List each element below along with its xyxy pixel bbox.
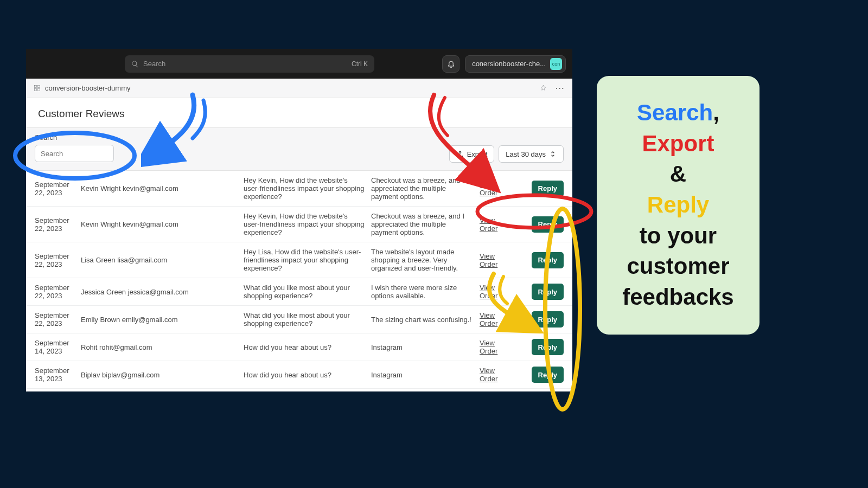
store-switcher[interactable]: conersionbooster-che... con <box>465 55 566 73</box>
review-answer: The website's layout made shopping a bre… <box>371 248 480 272</box>
table-row: September 22, 2023 Lisa Green lisa@gmail… <box>26 242 572 278</box>
view-order-link[interactable]: View Order <box>480 252 512 268</box>
search-icon <box>131 60 139 68</box>
review-customer: Emily Brown emily@gmail.com <box>81 316 244 324</box>
review-answer: I wish there were more size options avai… <box>371 284 480 300</box>
promo-reply: Reply <box>610 190 746 221</box>
filter-actions: Export Last 30 days <box>449 145 564 163</box>
page-title: Customer Reviews <box>26 98 572 127</box>
view-order-link[interactable]: View Order <box>480 216 512 233</box>
review-customer: Kevin Wright kevin@gmail.com <box>81 184 244 192</box>
review-customer: Biplav biplav@gmail.com <box>81 371 244 379</box>
svg-rect-2 <box>35 89 37 91</box>
topbar: Search Ctrl K conersionbooster-che... co… <box>26 49 572 79</box>
reply-button[interactable]: Reply <box>532 311 564 328</box>
svg-rect-0 <box>35 86 37 88</box>
view-order-link[interactable]: View Order <box>480 339 512 355</box>
global-search[interactable]: Search Ctrl K <box>125 55 374 73</box>
svg-rect-3 <box>38 89 40 91</box>
review-question: What did you like most about your shoppi… <box>244 284 371 300</box>
reviews-table: September 22, 2023 Kevin Wright kevin@gm… <box>26 171 572 389</box>
review-date: September 22, 2023 <box>35 311 81 328</box>
review-answer: The sizing chart was confusing.! <box>371 316 480 324</box>
app-icon <box>34 85 41 92</box>
promo-comma: , <box>713 100 719 125</box>
view-order-link[interactable]: View Order <box>480 181 512 197</box>
review-question: Hey Kevin, How did the website's user-fr… <box>244 212 371 236</box>
review-date: September 22, 2023 <box>35 181 81 197</box>
store-avatar: con <box>550 58 562 70</box>
breadcrumb-label[interactable]: conversion-booster-dummy <box>45 84 131 92</box>
reply-button[interactable]: Reply <box>532 252 564 268</box>
review-customer: Kevin Wright kevin@gmail.com <box>81 220 244 228</box>
review-answer: Instagram <box>371 371 480 379</box>
topbar-right: conersionbooster-che... con <box>442 55 566 73</box>
global-search-placeholder: Search <box>143 60 165 68</box>
search-label: Search <box>35 133 564 142</box>
view-order-link[interactable]: View Order <box>480 367 512 383</box>
reply-button[interactable]: Reply <box>532 339 564 355</box>
promo-search: Search <box>637 100 713 125</box>
review-question: Hey Lisa, How did the website's user-fri… <box>244 248 371 272</box>
promo-card: Search, Export & Reply to your customer … <box>597 76 760 335</box>
table-row: September 22, 2023 Emily Brown emily@gma… <box>26 306 572 333</box>
review-answer: Instagram <box>371 343 480 351</box>
review-customer: Rohit rohit@gmail.com <box>81 343 244 351</box>
table-row: September 22, 2023 Kevin Wright kevin@gm… <box>26 171 572 207</box>
review-date: September 22, 2023 <box>35 252 81 268</box>
view-order-link[interactable]: View Order <box>480 311 512 328</box>
breadcrumb: conversion-booster-dummy ··· <box>26 79 572 98</box>
app-window: Search Ctrl K conersionbooster-che... co… <box>26 49 572 391</box>
promo-amp: & <box>610 159 746 190</box>
daterange-label: Last 30 days <box>506 150 546 158</box>
table-row: September 14, 2023 Rohit rohit@gmail.com… <box>26 333 572 361</box>
daterange-select[interactable]: Last 30 days <box>499 145 564 163</box>
review-answer: Checkout was a breeze, and I appreciated… <box>371 212 480 236</box>
review-question: How did you hear about us? <box>244 343 371 351</box>
review-date: September 22, 2023 <box>35 216 81 233</box>
store-name: conersionbooster-che... <box>472 60 546 68</box>
table-row: September 13, 2023 Biplav biplav@gmail.c… <box>26 361 572 389</box>
review-date: September 22, 2023 <box>35 284 81 300</box>
review-customer: Lisa Green lisa@gmail.com <box>81 256 244 264</box>
review-question: What did you like most about your shoppi… <box>244 311 371 328</box>
review-date: September 14, 2023 <box>35 339 81 355</box>
review-customer: Jessica Green jessica@gmail.com <box>81 288 244 296</box>
export-label: Export <box>467 150 488 158</box>
table-row: September 22, 2023 Kevin Wright kevin@gm… <box>26 207 572 242</box>
promo-rest: to your customer feedbacks <box>610 221 746 313</box>
updown-icon <box>549 150 557 158</box>
notifications-button[interactable] <box>442 55 459 73</box>
promo-export: Export <box>610 129 746 159</box>
view-order-link[interactable]: View Order <box>480 284 512 300</box>
reply-button[interactable]: Reply <box>532 216 564 233</box>
reply-button[interactable]: Reply <box>532 284 564 300</box>
review-question: How did you hear about us? <box>244 371 371 379</box>
svg-rect-1 <box>38 86 40 88</box>
more-icon[interactable]: ··· <box>556 84 565 92</box>
reply-button[interactable]: Reply <box>532 181 564 197</box>
kbd-shortcut: Ctrl K <box>352 60 368 68</box>
review-answer: Checkout was a breeze, and I appreciated… <box>371 176 480 201</box>
reply-button[interactable]: Reply <box>532 367 564 383</box>
export-icon <box>456 150 464 158</box>
table-row: September 22, 2023 Jessica Green jessica… <box>26 278 572 306</box>
search-input[interactable] <box>35 145 114 162</box>
breadcrumb-actions: ··· <box>540 84 565 92</box>
pin-icon[interactable] <box>540 85 547 92</box>
review-date: September 13, 2023 <box>35 367 81 383</box>
review-question: Hey Kevin, How did the website's user-fr… <box>244 176 371 201</box>
export-button[interactable]: Export <box>449 145 495 163</box>
bell-icon <box>447 60 455 68</box>
filter-bar: Search Export Last 30 days <box>26 127 572 171</box>
